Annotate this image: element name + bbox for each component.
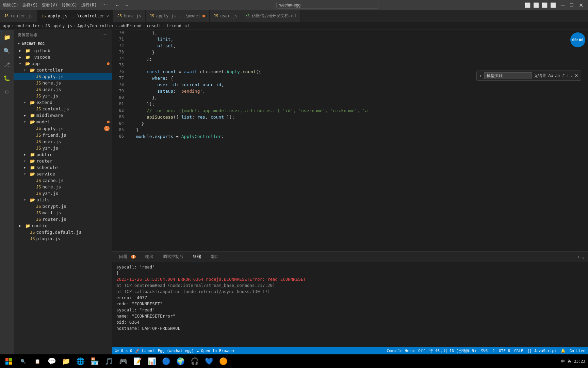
tb-icon-store[interactable]: 🏪 [88, 355, 101, 367]
taskbar-ime[interactable]: 英 [568, 359, 571, 364]
layout-btn-4[interactable]: ⬜ [550, 2, 556, 8]
status-position[interactable]: 行 46，列 16 (已选择 9) [429, 348, 476, 353]
tree-item-cache-js[interactable]: JS cache.js [14, 177, 112, 184]
tab-apply-model[interactable]: JS apply.js ...\model [146, 10, 210, 22]
find-opt-regex[interactable]: .* [562, 73, 565, 78]
tb-icon-edge[interactable]: 🌐 [74, 355, 87, 367]
panel-tab-issues[interactable]: 问题 1 [115, 252, 140, 261]
global-search-input[interactable] [276, 2, 378, 9]
tree-item-plugin-js[interactable]: JS plugin.js [14, 235, 112, 242]
menu-view[interactable]: 查看(V) [42, 2, 58, 8]
tree-item-user-js[interactable]: JS user.js [14, 86, 112, 93]
find-next-btn[interactable]: ↓ [571, 73, 573, 78]
start-button[interactable] [3, 355, 15, 367]
search-bar[interactable] [133, 2, 522, 9]
tree-item-config[interactable]: ▶ 📁 config [14, 223, 112, 229]
tb-icon-chrome2[interactable]: 🌍 [174, 355, 187, 367]
tree-item-service-home-js[interactable]: JS home.js [14, 184, 112, 190]
status-eol[interactable]: CRLF [514, 349, 523, 353]
layout-btn-3[interactable]: ⬜ [542, 2, 548, 8]
tree-item-service-yzm-js[interactable]: JS yzm.js [14, 190, 112, 197]
breadcrumb-var-result[interactable]: result [147, 24, 161, 28]
status-errors[interactable]: ⓪ 0 ⚠ 0 [115, 348, 132, 353]
breadcrumb-app[interactable]: app [3, 24, 10, 28]
tab-docs[interactable]: 仿 仿微信后端开发文档.md [242, 10, 300, 22]
tree-item-context-js[interactable]: JS context.js [14, 106, 112, 112]
explorer-menu[interactable]: ··· [101, 33, 108, 37]
tb-icon-file-explorer[interactable]: 📁 [59, 355, 73, 367]
project-name[interactable]: ▾ WECHAT-EGG [14, 40, 112, 47]
tree-item-vscode[interactable]: ▶ 📁 .vscode [14, 54, 112, 60]
menu-goto[interactable]: 转到(G) [62, 2, 77, 8]
breadcrumb-controller[interactable]: controller [15, 24, 40, 28]
tab-home[interactable]: JS home.js [113, 10, 146, 22]
tab-router[interactable]: JS router.js [0, 10, 37, 22]
breadcrumb-class[interactable]: ApplyController [77, 24, 114, 28]
layout-btn-1[interactable]: ⬜ [525, 2, 530, 8]
status-bell[interactable]: 🔔 [561, 349, 566, 353]
tree-item-github[interactable]: ▶ 📁 .github [14, 47, 112, 54]
panel-tab-ports[interactable]: 端口 [207, 252, 223, 261]
menu-select[interactable]: 选择(S) [22, 2, 38, 8]
tab-user[interactable]: JS user.js [210, 10, 242, 22]
find-widget[interactable]: › 无结果 Aa ab .* ↑ ↓ ✕ [476, 71, 581, 81]
tb-icon-chrome[interactable]: 🔵 [159, 355, 173, 367]
tree-item-utils[interactable]: ▾ 📂 utils [14, 197, 112, 203]
tree-item-config-default-js[interactable]: JS config.default.js [14, 229, 112, 235]
tree-item-middleware[interactable]: ▶ 📁 middleware [14, 112, 112, 119]
taskbar-lang[interactable]: 中 [561, 359, 565, 364]
panel-add-btn[interactable]: + [577, 254, 580, 260]
tree-item-schedule[interactable]: ▶ 📁 schedule [14, 164, 112, 171]
status-spaces[interactable]: 空格: 2 [480, 348, 495, 353]
tb-icon-xbox[interactable]: 🎮 [116, 355, 130, 367]
tree-item-model-yzm-js[interactable]: JS yzm.js [14, 145, 112, 151]
status-encoding[interactable]: UTF-8 [499, 349, 510, 353]
layout-btn-2[interactable]: ⬜ [533, 2, 539, 8]
code-editor[interactable]: 70 }, 71 limit, 72 offset, 73 } 74 [112, 30, 588, 251]
tree-item-model[interactable]: ▾ 📂 model [14, 119, 112, 125]
tb-icon-music[interactable]: 🎵 [102, 355, 116, 367]
tb-icon-wechat[interactable]: 💬 [45, 355, 59, 367]
close-tab-icon[interactable]: ✕ [107, 14, 109, 18]
breadcrumb-var-friend-id[interactable]: friend_id [167, 24, 189, 28]
extensions-icon[interactable]: ⊞ [1, 86, 13, 98]
tree-item-public[interactable]: ▶ 📁 public [14, 151, 112, 158]
status-go-live[interactable]: Go Live [570, 349, 585, 353]
find-prev-btn[interactable]: ↑ [567, 73, 569, 78]
tree-item-bcrypt-js[interactable]: JS bcrypt.js [14, 203, 112, 210]
menu-bar[interactable]: 编辑(E) 选择(S) 查看(V) 转到(G) 运行(R) ··· [3, 2, 108, 8]
tree-item-apply-js[interactable]: JS apply.js [14, 73, 112, 80]
panel-tab-terminal[interactable]: 终端 [189, 252, 205, 261]
find-input[interactable] [484, 72, 532, 79]
terminal-content[interactable]: syscall: 'read' } 2023-11-26 16:53:04,00… [112, 262, 588, 347]
explorer-icon[interactable]: 📁 [1, 31, 13, 43]
status-launch[interactable]: 🚀 Launch Egg (wechat-egg) [135, 349, 194, 353]
menu-more[interactable]: ··· [101, 2, 108, 8]
tree-item-router[interactable]: ▾ 📂 router [14, 158, 112, 164]
tree-item-model-apply-js[interactable]: JS apply.js 1 [14, 125, 112, 132]
tb-icon-taskview[interactable]: 📋 [31, 355, 44, 367]
panel-split-btn[interactable]: ⌄ [581, 254, 585, 260]
tb-icon-office[interactable]: 📊 [145, 355, 159, 367]
tree-item-app[interactable]: ▾ 📂 app [14, 60, 112, 67]
maximize-button[interactable]: □ [568, 2, 575, 9]
search-icon[interactable]: 🔍 [1, 45, 13, 57]
menu-edit[interactable]: 编辑(E) [3, 2, 18, 8]
breadcrumb-file[interactable]: JS apply.js [45, 24, 72, 28]
nav-forward[interactable]: → [122, 2, 130, 8]
tree-item-yzm-js[interactable]: JS yzm.js [14, 93, 112, 99]
status-open-browser[interactable]: ☁ Open In Browser [197, 349, 235, 353]
tree-item-mail-js[interactable]: JS mail.js [14, 210, 112, 216]
breadcrumb-method[interactable]: addFriend [119, 24, 142, 28]
find-opt-Aa[interactable]: Aa [548, 73, 553, 78]
tb-icon-todo[interactable]: 📝 [131, 355, 144, 367]
tb-icon-spotify[interactable]: 🎧 [188, 355, 201, 367]
find-close-btn[interactable]: ✕ [575, 73, 578, 78]
menu-run[interactable]: 运行(R) [81, 2, 97, 8]
panel-tab-debug[interactable]: 调试控制台 [159, 252, 187, 261]
tb-icon-vscode[interactable]: 💙 [202, 355, 216, 367]
tree-item-controller[interactable]: ▾ 📂 controller [14, 67, 112, 73]
status-language[interactable]: {} JavaScript [527, 349, 557, 353]
tree-item-utils-router-js[interactable]: JS router.js [14, 216, 112, 223]
tree-item-service[interactable]: ▾ 📂 service [14, 171, 112, 177]
